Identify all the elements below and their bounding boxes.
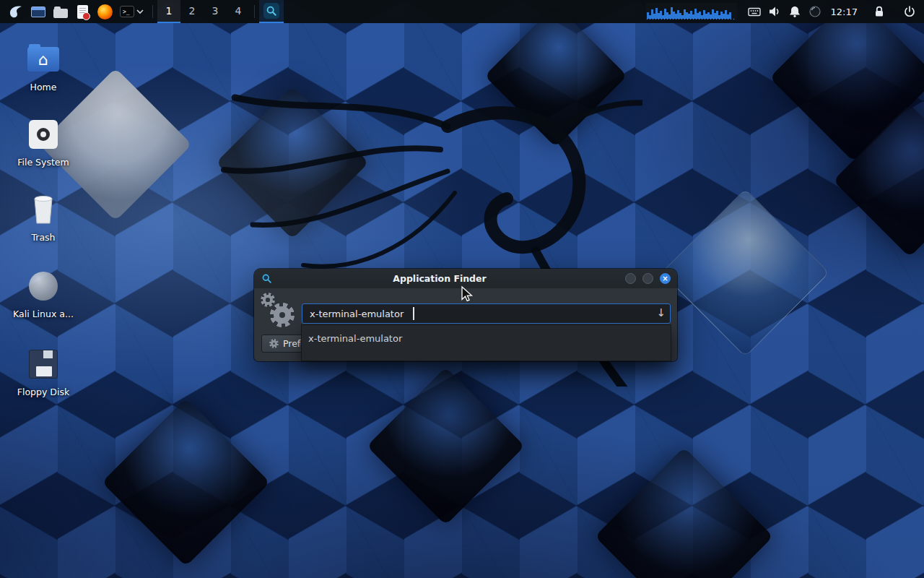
- floppy-disk-icon: [29, 350, 58, 379]
- logout-button[interactable]: [899, 0, 920, 23]
- window-title: Application Finder: [261, 273, 619, 284]
- completion-item[interactable]: x-terminal-emulator: [302, 327, 671, 349]
- trash-icon: [29, 194, 58, 225]
- gear-icon: [270, 303, 295, 327]
- panel-clock[interactable]: 12:17: [825, 7, 863, 17]
- terminal-launcher[interactable]: >_: [116, 0, 148, 23]
- finder-search-box: ↓: [302, 303, 671, 324]
- workspace-4[interactable]: 4: [227, 0, 250, 23]
- desktop-icon-label: Home: [9, 82, 78, 92]
- cpu-graph-widget[interactable]: [646, 3, 737, 20]
- keyboard-icon: [747, 4, 762, 19]
- application-category-icon: [260, 293, 297, 330]
- desktop-icon-label: Floppy Disk: [9, 387, 78, 397]
- folder-icon: [53, 9, 68, 18]
- text-editor-launcher[interactable]: [71, 0, 94, 23]
- file-system-icon: [29, 120, 58, 149]
- mouse-cursor: [458, 285, 475, 302]
- desktop-icon-home[interactable]: ⌂ Home: [9, 40, 78, 92]
- close-button[interactable]: ×: [660, 273, 671, 284]
- panel-separator: [152, 5, 153, 18]
- speaker-icon: [767, 4, 782, 19]
- app-finder-launcher[interactable]: [259, 0, 284, 23]
- kali-disc-icon: [29, 272, 58, 301]
- bell-icon: [788, 4, 802, 19]
- workspace-1[interactable]: 1: [157, 0, 180, 23]
- completion-popup: x-terminal-emulator: [301, 324, 671, 361]
- status-circle-icon: [808, 4, 822, 19]
- gear-icon: [261, 293, 275, 307]
- volume-control[interactable]: [764, 0, 785, 23]
- house-glyph: ⌂: [38, 51, 48, 69]
- kali-logo-icon: [7, 3, 25, 20]
- files-launcher[interactable]: [49, 0, 71, 23]
- chevron-down-icon: [136, 7, 144, 16]
- desktop-icon-label: Kali Linux a...: [9, 309, 78, 319]
- desktop-icon-file-system[interactable]: File System: [9, 116, 78, 168]
- application-finder-window: Application Finder × ↓ Preferences x-ter…: [254, 269, 677, 361]
- file-manager-launcher[interactable]: [27, 0, 49, 23]
- home-folder-icon: ⌂: [27, 47, 59, 72]
- desktop-icon-floppy-disk[interactable]: Floppy Disk: [9, 345, 78, 397]
- workspace-2[interactable]: 2: [180, 0, 204, 23]
- keyboard-indicator[interactable]: [744, 0, 764, 23]
- desktop-icon-kali-linux[interactable]: Kali Linux a...: [9, 267, 78, 319]
- desktop-icon-label: File System: [9, 157, 78, 168]
- terminal-prompt-glyph: >_: [123, 9, 130, 15]
- application-finder-icon: [261, 273, 272, 287]
- notifications[interactable]: [785, 0, 805, 23]
- kali-menu-button[interactable]: [4, 0, 27, 23]
- terminal-icon: >_: [120, 6, 134, 17]
- panel-separator: [254, 5, 255, 18]
- document-icon: [77, 5, 88, 19]
- desktop-icon-trash[interactable]: Trash: [9, 191, 78, 243]
- gear-icon: [269, 339, 279, 348]
- minimize-button[interactable]: [625, 273, 636, 284]
- screen-lock-button[interactable]: [869, 0, 889, 23]
- text-caret: [413, 307, 414, 320]
- power-icon: [902, 4, 917, 19]
- finder-search-input[interactable]: [302, 303, 671, 324]
- workspace-3[interactable]: 3: [204, 0, 227, 23]
- status-indicator[interactable]: [805, 0, 825, 23]
- desktop-icon-label: Trash: [9, 232, 78, 243]
- top-panel: >_ 1 2 3 4: [0, 0, 924, 23]
- maximize-button[interactable]: [642, 273, 653, 284]
- search-icon: [263, 3, 279, 19]
- lock-icon: [872, 4, 886, 19]
- firefox-launcher[interactable]: [94, 0, 116, 23]
- firefox-icon: [97, 4, 113, 20]
- window-icon: [31, 7, 45, 17]
- dropdown-arrow-icon[interactable]: ↓: [656, 306, 666, 319]
